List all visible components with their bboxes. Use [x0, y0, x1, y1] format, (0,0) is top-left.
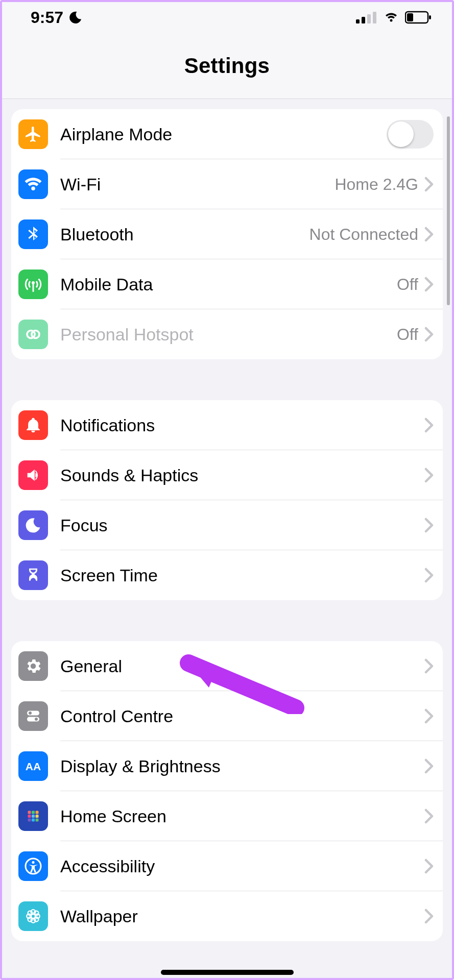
row-value: Home 2.4G	[334, 175, 418, 194]
svg-point-14	[29, 712, 32, 715]
cellular-icon	[18, 270, 48, 299]
chevron-right-icon	[424, 568, 434, 583]
row-notifications[interactable]: Notifications	[11, 400, 443, 450]
svg-rect-7	[407, 13, 413, 21]
svg-point-27	[32, 861, 34, 864]
chevron-right-icon	[424, 227, 434, 242]
row-label: Personal Hotspot	[60, 325, 397, 345]
status-bar-right	[356, 11, 432, 24]
chevron-right-icon	[424, 708, 434, 724]
control-centre-icon	[18, 701, 48, 731]
chevron-right-icon	[424, 909, 434, 924]
status-bar: 9:57	[2, 2, 452, 33]
row-display-brightness[interactable]: AA Display & Brightness	[11, 741, 443, 791]
row-label: Airplane Mode	[60, 125, 387, 144]
settings-group-system: General Control Centre AA Display & Brig…	[11, 641, 443, 941]
row-focus[interactable]: Focus	[11, 500, 443, 550]
chevron-right-icon	[424, 277, 434, 292]
status-bar-left: 9:57	[31, 8, 83, 27]
row-value: Off	[397, 325, 418, 344]
do-not-disturb-icon	[68, 10, 83, 24]
hotspot-icon	[18, 320, 48, 349]
svg-rect-23	[28, 819, 31, 822]
chevron-right-icon	[424, 418, 434, 433]
row-control-centre[interactable]: Control Centre	[11, 691, 443, 741]
row-label: Wi-Fi	[60, 175, 334, 194]
wifi-icon	[383, 11, 400, 23]
row-bluetooth[interactable]: Bluetooth Not Connected	[11, 209, 443, 259]
row-label: Wallpaper	[60, 906, 424, 926]
airplane-icon	[18, 119, 48, 149]
screentime-icon	[18, 560, 48, 590]
chevron-right-icon	[424, 327, 434, 342]
airplane-toggle[interactable]	[387, 120, 434, 149]
display-icon: AA	[18, 751, 48, 781]
scrollbar-thumb[interactable]	[447, 116, 450, 305]
row-label: Sounds & Haptics	[60, 465, 424, 485]
row-label: Control Centre	[60, 706, 424, 726]
svg-rect-22	[36, 815, 39, 818]
cellular-signal-icon	[356, 11, 377, 23]
row-label: Mobile Data	[60, 275, 397, 295]
row-label: Display & Brightness	[60, 756, 424, 776]
svg-rect-18	[32, 811, 35, 814]
focus-icon	[18, 510, 48, 540]
general-icon	[18, 651, 48, 681]
chevron-right-icon	[424, 758, 434, 774]
chevron-right-icon	[424, 859, 434, 874]
status-time: 9:57	[31, 8, 63, 27]
row-screen-time[interactable]: Screen Time	[11, 550, 443, 600]
row-label: Focus	[60, 516, 424, 535]
settings-group-network: Airplane Mode Wi-Fi Home 2.4G Bluetooth …	[11, 109, 443, 359]
settings-screen: 9:57 Settings	[2, 2, 452, 978]
svg-rect-0	[356, 19, 360, 23]
svg-rect-24	[32, 819, 35, 822]
row-mobile-data[interactable]: Mobile Data Off	[11, 259, 443, 309]
chevron-right-icon	[424, 177, 434, 192]
chevron-right-icon	[424, 808, 434, 824]
notifications-icon	[18, 410, 48, 440]
row-label: Screen Time	[60, 566, 424, 585]
svg-rect-19	[36, 811, 39, 814]
svg-rect-20	[28, 815, 31, 818]
row-label: General	[60, 656, 424, 676]
row-value: Off	[397, 275, 418, 294]
row-general[interactable]: General	[11, 641, 443, 691]
wallpaper-icon	[18, 901, 48, 931]
svg-rect-21	[32, 815, 35, 818]
row-value: Not Connected	[309, 225, 418, 244]
row-label: Accessibility	[60, 856, 424, 876]
row-sounds-haptics[interactable]: Sounds & Haptics	[11, 450, 443, 500]
row-wifi[interactable]: Wi-Fi Home 2.4G	[11, 159, 443, 209]
settings-content[interactable]: Airplane Mode Wi-Fi Home 2.4G Bluetooth …	[2, 109, 452, 941]
svg-rect-3	[373, 12, 376, 23]
svg-rect-1	[362, 17, 365, 23]
svg-point-15	[35, 718, 38, 721]
nav-header: Settings	[2, 33, 452, 99]
row-airplane-mode[interactable]: Airplane Mode	[11, 109, 443, 159]
svg-point-4	[390, 19, 393, 22]
chevron-right-icon	[424, 658, 434, 674]
svg-rect-2	[367, 14, 371, 23]
bluetooth-icon	[18, 219, 48, 249]
accessibility-icon	[18, 851, 48, 881]
page-title: Settings	[184, 54, 270, 78]
svg-rect-6	[429, 15, 431, 19]
settings-group-alerts: Notifications Sounds & Haptics Focus	[11, 400, 443, 600]
row-wallpaper[interactable]: Wallpaper	[11, 891, 443, 941]
sounds-icon	[18, 460, 48, 490]
wifi-tile-icon	[18, 169, 48, 199]
row-label: Home Screen	[60, 806, 424, 826]
home-screen-icon	[18, 801, 48, 831]
svg-text:AA: AA	[26, 761, 41, 772]
chevron-right-icon	[424, 518, 434, 533]
chevron-right-icon	[424, 468, 434, 483]
row-personal-hotspot[interactable]: Personal Hotspot Off	[11, 309, 443, 359]
row-home-screen[interactable]: Home Screen	[11, 791, 443, 841]
row-accessibility[interactable]: Accessibility	[11, 841, 443, 891]
svg-rect-17	[28, 811, 31, 814]
svg-point-9	[32, 281, 35, 284]
row-label: Notifications	[60, 415, 424, 435]
home-indicator[interactable]	[161, 970, 294, 975]
svg-rect-25	[36, 819, 39, 822]
